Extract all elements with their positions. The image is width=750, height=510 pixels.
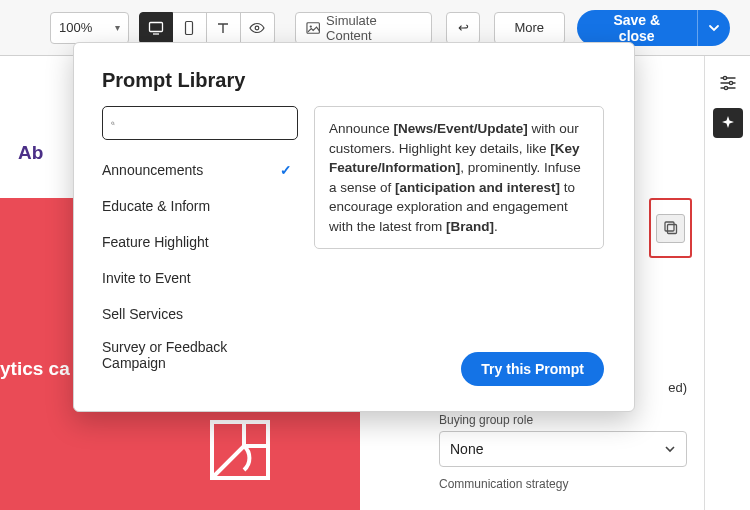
image-icon [306,21,320,35]
eye-icon [249,21,265,35]
prompt-search-input[interactable] [121,116,289,131]
hero-logo [208,418,272,482]
save-close-dropdown[interactable] [697,10,730,46]
copy-variation-button[interactable] [656,214,685,243]
more-button[interactable]: More [494,12,565,44]
simulate-content-button[interactable]: Simulate Content [295,12,433,44]
sparkle-icon [720,115,736,131]
undo-icon: ↩ [458,20,469,35]
ai-rail-button[interactable] [713,108,743,138]
try-this-prompt-button[interactable]: Try this Prompt [461,352,604,386]
undo-button[interactable]: ↩ [446,12,479,44]
variation-copy-highlight [649,198,692,258]
prompt-list: Announcements ✓ Educate & Inform Feature… [102,152,298,386]
text-icon [216,21,230,35]
zoom-value: 100% [59,20,92,35]
chevron-down-icon [708,22,720,34]
prompt-list-column: Announcements ✓ Educate & Inform Feature… [102,106,298,386]
svg-point-11 [729,81,732,84]
text-mode-button[interactable] [207,12,241,44]
svg-line-16 [114,124,115,125]
prompt-search[interactable] [102,106,298,140]
prompt-item-label: Announcements [102,162,203,178]
desktop-icon [148,20,164,36]
sliders-icon [719,74,737,92]
save-close-button[interactable]: Save & close [577,10,697,46]
svg-point-15 [111,121,113,123]
chevron-down-icon [664,443,676,455]
search-icon [111,116,115,131]
simulate-label: Simulate Content [326,13,421,43]
prompt-item-announcements[interactable]: Announcements ✓ [102,152,298,188]
prompt-item-label: Invite to Event [102,270,191,286]
prompt-item-sell-services[interactable]: Sell Services [102,296,298,332]
prompt-item-label: Educate & Inform [102,198,210,214]
device-group [139,12,275,44]
right-rail [704,56,750,510]
svg-rect-0 [149,22,162,31]
check-icon: ✓ [280,162,292,178]
mobile-icon [182,20,196,36]
prompt-item-label: Sell Services [102,306,183,322]
svg-rect-2 [186,21,193,34]
svg-point-5 [309,25,311,27]
hero-text-fragment: ytics ca [0,358,70,380]
modal-title: Prompt Library [102,69,604,92]
save-close-group: Save & close [577,10,730,46]
svg-point-3 [255,26,259,30]
svg-point-12 [724,86,727,89]
desktop-view-button[interactable] [139,12,173,44]
more-label: More [514,20,544,35]
prompt-library-modal: Prompt Library Announcements ✓ Educate &… [73,42,635,412]
prompt-item-label: Survey or Feedback Campaign [102,339,272,371]
buying-group-select[interactable]: None [439,431,687,467]
zoom-selector[interactable]: 100% ▾ [50,12,129,44]
mobile-view-button[interactable] [173,12,207,44]
prompt-item-label: Feature Highlight [102,234,209,250]
prompt-item-welcome-email[interactable]: Welcome Email [102,378,298,386]
buying-group-value: None [450,441,483,457]
prompt-item-invite-event[interactable]: Invite to Event [102,260,298,296]
svg-point-10 [723,76,726,79]
copy-icon [663,220,679,236]
prompt-item-survey-feedback[interactable]: Survey or Feedback Campaign [102,332,298,378]
preview-mode-button[interactable] [241,12,275,44]
chevron-down-icon: ▾ [115,22,120,33]
communication-strategy-label: Communication strategy [439,477,693,491]
svg-rect-13 [667,225,676,234]
buying-group-label: Buying group role [439,413,693,427]
prompt-item-educate[interactable]: Educate & Inform [102,188,298,224]
prompt-preview-card: Announce [News/Event/Update] with our cu… [314,106,604,249]
settings-rail-button[interactable] [713,68,743,98]
svg-rect-14 [665,222,674,231]
prompt-item-feature-highlight[interactable]: Feature Highlight [102,224,298,260]
prompt-preview-column: Announce [News/Event/Update] with our cu… [314,106,604,386]
breadcrumb: Ab [18,142,43,164]
